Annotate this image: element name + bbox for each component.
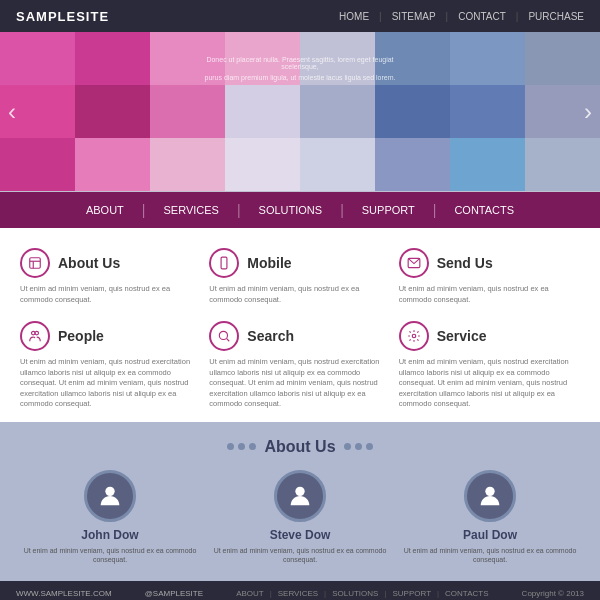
feature-text: Ut enim ad minim veniam, quis nostrud ex… <box>399 357 580 410</box>
tile <box>75 138 150 191</box>
feature-title: Mobile <box>247 255 291 271</box>
feature-about-us: About Us Ut enim ad minim veniam, quis n… <box>20 248 201 305</box>
hero-text: Donec ut placerat nulla. Praesent sagitt… <box>200 52 400 81</box>
header-nav-contact[interactable]: CONTACT <box>458 11 506 22</box>
dot <box>238 443 245 450</box>
tile <box>375 85 450 138</box>
tile <box>225 138 300 191</box>
footer: WWW.SAMPLESITE.COM @SAMPLESITE ABOUT | S… <box>0 581 600 600</box>
footer-nav-solutions[interactable]: SOLUTIONS <box>332 589 378 598</box>
tile <box>0 32 75 85</box>
member-name-paul: Paul Dow <box>463 528 517 542</box>
team-member-steve: Steve Dow Ut enim ad minim veniam, quis … <box>210 470 390 566</box>
nav-support[interactable]: SUPPORT <box>344 192 433 228</box>
feature-title: Service <box>437 328 487 344</box>
about-header: About Us <box>20 438 580 456</box>
feature-text: Ut enim ad minim veniam, quis nostrud ex… <box>20 284 201 305</box>
mail-icon <box>399 248 429 278</box>
team-member-john: John Dow Ut enim ad minim veniam, quis n… <box>20 470 200 566</box>
feature-title: About Us <box>58 255 120 271</box>
svg-point-12 <box>295 486 304 495</box>
tile <box>525 32 600 85</box>
header-nav-purchase[interactable]: PURCHASE <box>528 11 584 22</box>
feature-service: Service Ut enim ad minim veniam, quis no… <box>399 321 580 410</box>
header-nav: HOME | SITEMAP | CONTACT | PURCHASE <box>339 11 584 22</box>
about-section: About Us John Dow Ut enim ad minim venia… <box>0 422 600 582</box>
feature-title: People <box>58 328 104 344</box>
tile <box>225 85 300 138</box>
book-icon <box>20 248 50 278</box>
svg-point-13 <box>485 486 494 495</box>
tile <box>450 138 525 191</box>
about-title: About Us <box>264 438 335 456</box>
nav-services[interactable]: SERVICES <box>145 192 236 228</box>
svg-point-11 <box>105 486 114 495</box>
feature-title: Search <box>247 328 294 344</box>
tile <box>75 85 150 138</box>
svg-rect-0 <box>30 258 41 269</box>
nav-about[interactable]: ABOUT <box>68 192 142 228</box>
hero-arrow-right[interactable]: › <box>584 98 592 126</box>
feature-title: Send Us <box>437 255 493 271</box>
mobile-icon <box>209 248 239 278</box>
footer-nav-about[interactable]: ABOUT <box>236 589 264 598</box>
svg-line-9 <box>227 339 230 342</box>
feature-text: Ut enim ad minim veniam, quis nostrud ex… <box>209 284 390 305</box>
feature-text: Ut enim ad minim veniam, quis nostrud ex… <box>399 284 580 305</box>
avatar-john <box>84 470 136 522</box>
dot <box>366 443 373 450</box>
tile <box>150 85 225 138</box>
tile <box>450 32 525 85</box>
service-icon <box>399 321 429 351</box>
team-grid: John Dow Ut enim ad minim veniam, quis n… <box>20 470 580 566</box>
dot <box>355 443 362 450</box>
footer-nav-contacts[interactable]: CONTACTS <box>445 589 488 598</box>
feature-mobile: Mobile Ut enim ad minim veniam, quis nos… <box>209 248 390 305</box>
feature-text: Ut enim ad minim veniam, quis nostrud ex… <box>20 357 201 410</box>
tile <box>300 85 375 138</box>
svg-point-7 <box>35 331 39 335</box>
footer-nav-support[interactable]: SUPPORT <box>392 589 431 598</box>
feature-text: Ut enim ad minim veniam, quis nostrud ex… <box>209 357 390 410</box>
footer-site: WWW.SAMPLESITE.COM <box>16 589 112 598</box>
header-nav-sitemap[interactable]: SITEMAP <box>392 11 436 22</box>
tile <box>450 85 525 138</box>
tile <box>525 138 600 191</box>
nav-contacts[interactable]: CONTACTS <box>436 192 532 228</box>
hero-tagline-1: Donec ut placerat nulla. Praesent sagitt… <box>200 56 400 70</box>
header-nav-home[interactable]: HOME <box>339 11 369 22</box>
svg-rect-3 <box>221 257 227 269</box>
header: SAMPLESITE HOME | SITEMAP | CONTACT | PU… <box>0 0 600 32</box>
dot <box>227 443 234 450</box>
member-name-steve: Steve Dow <box>270 528 331 542</box>
nav-solutions[interactable]: SOLUTIONS <box>241 192 341 228</box>
footer-social: @SAMPLESITE <box>145 589 203 598</box>
feature-send-us: Send Us Ut enim ad minim veniam, quis no… <box>399 248 580 305</box>
footer-nav: ABOUT | SERVICES | SOLUTIONS | SUPPORT |… <box>236 589 488 598</box>
main-nav: ABOUT | SERVICES | SOLUTIONS | SUPPORT |… <box>0 192 600 228</box>
svg-point-10 <box>412 334 416 338</box>
member-name-john: John Dow <box>81 528 138 542</box>
hero-arrow-left[interactable]: ‹ <box>8 98 16 126</box>
dot <box>249 443 256 450</box>
features-grid: About Us Ut enim ad minim veniam, quis n… <box>0 228 600 422</box>
hero-tagline-2: purus diam premium ligula, ut molestie l… <box>200 74 400 81</box>
tile <box>300 138 375 191</box>
tile <box>75 32 150 85</box>
site-logo: SAMPLESITE <box>16 9 109 24</box>
avatar-paul <box>464 470 516 522</box>
people-icon <box>20 321 50 351</box>
member-text-paul: Ut enim ad minim veniam, quis nostrud ex… <box>400 546 580 566</box>
member-text-steve: Ut enim ad minim veniam, quis nostrud ex… <box>210 546 390 566</box>
tile <box>375 138 450 191</box>
footer-nav-services[interactable]: SERVICES <box>278 589 318 598</box>
svg-point-8 <box>220 331 228 339</box>
feature-search: Search Ut enim ad minim veniam, quis nos… <box>209 321 390 410</box>
footer-copyright: Copyright © 2013 <box>522 589 584 598</box>
team-member-paul: Paul Dow Ut enim ad minim veniam, quis n… <box>400 470 580 566</box>
member-text-john: Ut enim ad minim veniam, quis nostrud ex… <box>20 546 200 566</box>
feature-people: People Ut enim ad minim veniam, quis nos… <box>20 321 201 410</box>
avatar-steve <box>274 470 326 522</box>
dot <box>344 443 351 450</box>
tile <box>150 138 225 191</box>
